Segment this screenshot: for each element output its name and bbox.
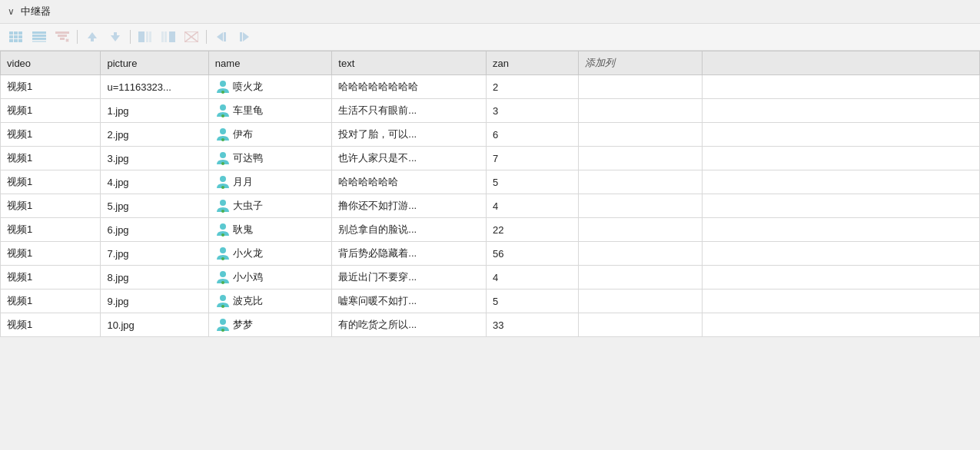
cell-extra (702, 75, 979, 99)
avatar-icon (215, 293, 233, 309)
avatar-icon (215, 270, 233, 285)
col-header-video[interactable]: video (1, 51, 101, 75)
svg-point-45 (220, 200, 226, 206)
table-row[interactable]: 视频12.jpg 伊布投对了胎，可以...6 (1, 123, 980, 147)
move-down-button[interactable] (105, 28, 125, 45)
table-row[interactable]: 视频1u=11163323... 喷火龙哈哈哈哈哈哈哈哈2 (1, 75, 980, 99)
svg-rect-25 (161, 31, 164, 42)
table-row[interactable]: 视频110.jpg 梦梦有的吃货之所以...33 (1, 313, 980, 337)
cell-text: 生活不只有眼前... (332, 99, 487, 123)
table-row[interactable]: 视频11.jpg 车里龟生活不只有眼前... 3 (1, 99, 980, 123)
scroll-right-button[interactable] (234, 28, 254, 45)
col-header-picture[interactable]: picture (101, 51, 208, 75)
move-up-button[interactable] (82, 28, 102, 45)
avatar-icon (215, 174, 233, 190)
cell-name-text: 波克比 (233, 294, 263, 308)
cell-extra (702, 290, 979, 313)
col-header-zan[interactable]: zan (486, 51, 578, 75)
avatar-icon (215, 222, 233, 237)
cell-add (579, 218, 703, 242)
cell-zan: 5 (486, 290, 578, 313)
scroll-left-button[interactable] (211, 28, 231, 45)
page-title: 中继器 (21, 5, 51, 18)
cell-zan: 4 (486, 194, 578, 218)
cell-extra (702, 147, 979, 170)
cell-name-text: 耿鬼 (233, 223, 253, 237)
col-right-button[interactable] (158, 28, 178, 45)
svg-point-54 (221, 305, 224, 308)
svg-point-50 (221, 257, 224, 260)
svg-rect-8 (18, 39, 22, 42)
cell-add (579, 313, 703, 337)
col-header-name[interactable]: name (208, 51, 332, 75)
svg-point-40 (221, 138, 224, 141)
cell-name: 车里龟 (208, 99, 332, 123)
table-row[interactable]: 视频19.jpg 波克比嘘寒问暖不如打...5 (1, 290, 980, 313)
table-row[interactable]: 视频14.jpg 月月哈哈哈哈哈哈5 (1, 170, 980, 194)
cell-zan: 33 (486, 313, 578, 337)
svg-rect-9 (32, 31, 46, 34)
svg-rect-32 (224, 32, 226, 41)
table-row[interactable]: 视频13.jpg 可达鸭也许人家只是不...7 (1, 147, 980, 170)
svg-rect-24 (149, 31, 151, 42)
cell-video: 视频1 (1, 218, 101, 242)
svg-point-39 (220, 128, 226, 134)
svg-point-47 (220, 223, 226, 230)
cell-extra (702, 218, 979, 242)
cell-name-text: 大虫子 (233, 199, 263, 213)
cell-picture: 6.jpg (101, 218, 208, 242)
cell-picture: u=11163323... (101, 75, 208, 99)
cell-name-text: 伊布 (233, 127, 253, 141)
svg-point-46 (221, 210, 224, 213)
cell-add (579, 75, 703, 99)
table-row[interactable]: 视频16.jpg 耿鬼别总拿自的脸说...22 (1, 218, 980, 242)
col-left-button[interactable] (135, 28, 155, 45)
clear-filter-button[interactable] (52, 28, 72, 45)
svg-rect-5 (18, 35, 22, 38)
cell-picture: 5.jpg (101, 194, 208, 218)
svg-rect-6 (9, 39, 13, 42)
svg-point-52 (221, 281, 224, 284)
svg-rect-0 (9, 31, 13, 35)
svg-rect-10 (32, 35, 46, 37)
cell-name-text: 梦梦 (233, 318, 253, 332)
cell-text: 最近出门不要穿... (332, 266, 487, 290)
cell-extra (702, 313, 979, 337)
cell-picture: 2.jpg (101, 123, 208, 147)
cell-add (579, 194, 703, 218)
chevron-icon[interactable]: ∨ (8, 6, 15, 17)
cell-name-text: 小火龙 (233, 247, 263, 260)
table-row[interactable]: 视频17.jpg 小火龙背后势必隐藏着...56 (1, 242, 980, 266)
cell-add (579, 290, 703, 313)
cell-video: 视频1 (1, 170, 101, 194)
svg-point-51 (220, 271, 226, 277)
cell-name: 可达鸭 (208, 147, 332, 170)
cell-picture: 10.jpg (101, 313, 208, 337)
list-view-button[interactable] (29, 28, 49, 45)
cell-video: 视频1 (1, 123, 101, 147)
cell-video: 视频1 (1, 147, 101, 170)
cell-extra (702, 123, 979, 147)
cell-zan: 5 (486, 170, 578, 194)
svg-point-37 (220, 104, 226, 111)
cell-add (579, 266, 703, 290)
svg-point-38 (221, 114, 224, 117)
cell-picture: 7.jpg (101, 242, 208, 266)
table-row[interactable]: 视频18.jpg 小小鸡最近出门不要穿...4 (1, 266, 980, 290)
avatar-icon (215, 198, 233, 213)
col-clear-button[interactable] (181, 28, 201, 45)
svg-rect-1 (14, 31, 18, 35)
svg-point-56 (221, 329, 224, 332)
col-header-add[interactable]: 添加列 (579, 51, 703, 75)
cell-text: 嘘寒问暖不如打... (332, 290, 487, 313)
table-row[interactable]: 视频15.jpg 大虫子撸你还不如打游...4 (1, 194, 980, 218)
avatar-icon (215, 151, 233, 166)
grid-view-button[interactable] (6, 28, 26, 45)
cell-extra (702, 266, 979, 290)
svg-marker-31 (217, 32, 223, 41)
col-header-text[interactable]: text (332, 51, 487, 75)
toolbar-sep-2 (130, 30, 131, 44)
svg-point-35 (220, 81, 226, 87)
cell-video: 视频1 (1, 266, 101, 290)
data-table: video picture name text zan 添加列 视频1u=111… (0, 51, 980, 337)
